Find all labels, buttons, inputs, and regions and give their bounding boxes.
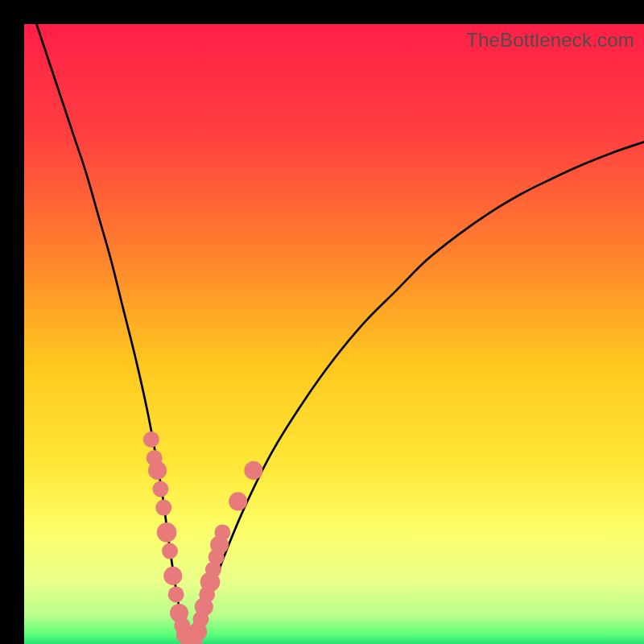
bottleneck-curve bbox=[36, 24, 644, 644]
marker-point bbox=[155, 500, 171, 516]
marker-point bbox=[244, 461, 262, 480]
marker-point bbox=[163, 567, 182, 585]
marker-point bbox=[148, 461, 167, 480]
marker-point bbox=[162, 543, 178, 559]
marker-point bbox=[157, 522, 177, 543]
marker-point bbox=[168, 586, 184, 602]
marker-point bbox=[143, 431, 159, 448]
plot-area: TheBottleneck.com bbox=[24, 24, 644, 644]
marker-point bbox=[152, 481, 168, 497]
curve-layer bbox=[24, 24, 644, 644]
marker-point bbox=[214, 524, 230, 540]
highlight-markers bbox=[143, 431, 263, 644]
marker-point bbox=[229, 492, 247, 510]
chart-frame: TheBottleneck.com bbox=[0, 0, 644, 644]
